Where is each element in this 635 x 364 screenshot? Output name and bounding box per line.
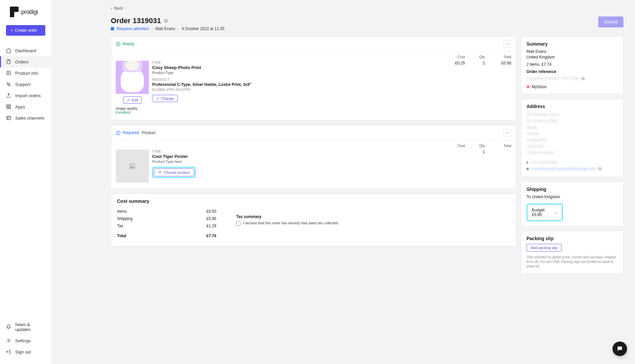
tag-icon [6,70,11,76]
create-order-label: Create order [15,28,37,33]
more-button[interactable]: ⋯ [503,40,511,48]
item-type: Product Type [152,71,442,75]
item-qty: 1 [465,150,485,183]
nav-label: Apps [15,104,25,109]
cost-title: Cost summary [117,199,510,204]
packing-slip-panel: Packing slip Add packing slip Only inclu… [521,231,623,274]
item-label-heading: ITEM [152,61,442,64]
status-badge[interactable]: Requires attention [117,26,149,31]
address-panel: Address Mr Postman Johns 15 Testerton Wa… [521,99,623,177]
item-qty: 2 [465,61,485,114]
nav-dashboard[interactable]: Dashboard [0,45,51,56]
copy-icon[interactable] [581,77,585,81]
nav-news[interactable]: News & updates [0,319,51,335]
create-order-button[interactable]: + Create order [6,25,45,36]
nav-import-orders[interactable]: Import orders [0,90,51,101]
clipboard-icon [6,59,11,64]
cost-items-label: Items [117,209,127,214]
item-total: £0.50 [485,61,511,114]
add-packing-slip-button[interactable]: Add packing slip [527,244,562,252]
summary-items: 2 items, £7.74 [527,62,618,67]
tel-value: 029 2018 0000 [531,160,557,166]
svg-rect-8 [7,116,11,120]
svg-rect-4 [7,105,8,106]
cost-shipping-val: £5.95 [206,216,216,221]
item-thumbnail-placeholder[interactable] [116,150,149,183]
plus-icon: + [11,28,13,33]
order-timestamp: 4 October 2022 at 11:35 [182,26,224,31]
shipping-to: To United Kingdom [527,195,618,199]
svg-point-9 [8,340,9,341]
store-name: MyStore [531,85,546,89]
shipping-panel: Shipping To United Kingdom Budget: £5.95… [521,182,623,226]
shipping-title: Shipping [527,187,618,192]
nav-settings[interactable]: Settings [0,335,51,346]
item-label-heading: ITEM [152,150,442,153]
page-title: Order 1319031 [111,17,161,25]
svg-point-15 [131,165,132,166]
tax-checkbox-input[interactable] [236,222,240,226]
nav-sales-channels[interactable]: Sales channels [0,112,51,124]
logo-mark-icon [10,7,19,17]
change-product-button[interactable]: Change [152,95,178,102]
edit-image-button[interactable]: Edit [123,96,142,104]
home-icon [6,48,11,53]
tax-summary-title: Tax summary [236,214,510,219]
status-prefix: Required: [123,130,140,135]
customer-name: Matt Evans [155,26,175,31]
svg-rect-7 [9,107,11,109]
svg-rect-1 [7,71,11,75]
summary-panel: Summary Matt Evans United Kingdom 2 item… [521,36,623,94]
back-link[interactable]: ‹ Back [111,6,577,11]
shipping-option-label: Budget: £5.95 [532,208,554,217]
status-text: Ready [123,42,134,46]
cost-summary-card: Cost summary Items£0.50 Shipping£5.95 Ta… [111,194,516,246]
logo: prodigi [0,7,51,25]
edit-label: Edit [132,98,138,102]
main: ‹ Back Order 1319031 Requires attention … [51,0,635,364]
status-ready: Ready [116,42,134,47]
image-quality: Image quality: Excellent [116,106,152,114]
address-title: Address [527,104,618,109]
status-dot-icon [111,27,114,30]
alert-circle-icon [116,130,121,135]
more-button[interactable]: ⋯ [503,129,511,137]
nav-label: Support [15,82,30,87]
col-cost: Cost [442,55,465,59]
item-thumbnail[interactable] [116,61,149,94]
nav-label: Settings [15,338,31,343]
shipping-method-select[interactable]: Budget: £5.95 ⌄ [528,205,561,220]
svg-point-12 [116,42,120,46]
summary-name: Matt Evans [527,49,618,54]
submit-button[interactable]: Submit [598,17,623,27]
nav-support[interactable]: Support [0,79,51,90]
packing-note: Only included for global prints, frames … [527,255,618,269]
summary-ref-label: Order reference [527,69,618,74]
nav-product-info[interactable]: Product info [0,67,51,79]
chat-fab[interactable] [613,342,627,356]
tax-checkbox-label: I declare that this order has already ha… [243,221,339,225]
tax-declaration-checkbox[interactable]: I declare that this order has already ha… [236,221,510,226]
col-total: Total [485,144,511,148]
copy-icon[interactable] [164,18,168,23]
shipment-card-required: Required: Product ⋯ Cost Qty Total [111,125,516,189]
sidebar: prodigi + Create order Dashboard Orders … [0,0,51,364]
product-sku: GLOBAL-PHO-3X4-PRO [152,88,442,91]
product-label-heading: PRODUCT [152,78,442,82]
store-icon [6,115,11,121]
summary-ref-value: Complete Creation Test Order [527,75,579,82]
svg-point-3 [9,85,10,86]
nav-orders[interactable]: Orders [0,56,51,67]
chat-icon [616,346,623,352]
item-total [485,150,511,183]
item-name: Cosy Sheep Photo Print [152,65,442,70]
nav-apps[interactable]: Apps [0,101,51,112]
adobe-icon: A [527,84,529,89]
item-type: Product Type here [152,160,442,164]
choose-product-button[interactable]: Choose product [154,168,194,176]
copy-icon[interactable] [598,167,602,171]
nav-label: Import orders [15,93,41,98]
nav-sign-out[interactable]: Sign out [0,346,51,357]
svg-rect-14 [130,164,135,169]
svg-rect-18 [582,77,584,79]
